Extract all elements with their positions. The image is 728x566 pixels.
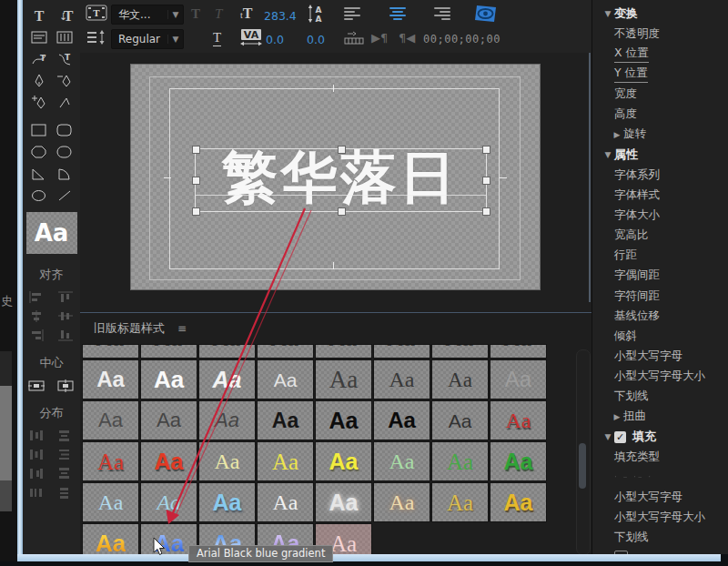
property-row[interactable]: 字符间距 <box>592 286 728 306</box>
style-swatch[interactable]: Aa <box>141 360 197 399</box>
property-row[interactable]: ▼✓填充 <box>592 427 728 447</box>
horizontal-center-button[interactable] <box>27 379 46 392</box>
style-swatch[interactable]: Aa <box>199 401 255 440</box>
distribute-right-button[interactable] <box>27 467 46 480</box>
distribute-horizontal-center-button[interactable] <box>27 448 46 461</box>
style-swatch[interactable]: Aa <box>374 401 430 440</box>
area-type-tool[interactable] <box>26 27 52 46</box>
style-swatch[interactable]: Aa <box>490 442 546 480</box>
property-row[interactable]: 宽度 <box>592 85 728 105</box>
property-row[interactable]: X 位置 <box>592 44 728 64</box>
style-swatch-clipped[interactable]: Aa <box>432 345 488 358</box>
property-row[interactable]: ▼变换 <box>592 4 728 24</box>
selection-handle[interactable] <box>338 207 346 216</box>
styles-scrollbar[interactable] <box>576 349 591 555</box>
property-row[interactable]: Y 位置 <box>592 64 728 84</box>
style-swatch[interactable]: Aa <box>83 442 138 480</box>
style-swatch[interactable]: Aa <box>199 442 255 480</box>
vertical-area-type-tool[interactable] <box>52 27 77 46</box>
style-swatch-clipped[interactable]: Aa <box>141 345 197 358</box>
selection-handle[interactable] <box>192 207 200 216</box>
property-row[interactable]: 行距 <box>592 246 728 266</box>
align-text-center-button[interactable] <box>389 7 406 20</box>
style-swatch-clipped[interactable]: Aa <box>258 345 313 358</box>
clipped-corner-rectangle-tool[interactable] <box>26 142 52 161</box>
font-family-select[interactable]: 华文... ▼ <box>111 5 184 25</box>
style-swatch[interactable]: Aa <box>432 442 488 480</box>
font-size-value[interactable]: 283.4 <box>264 9 297 23</box>
pen-tool[interactable] <box>26 71 52 90</box>
selection-handle[interactable] <box>482 177 490 185</box>
font-style-select[interactable]: Regular ▼ <box>111 29 184 49</box>
style-swatch[interactable]: Aa <box>258 401 313 440</box>
distribute-horizontal-even-button[interactable] <box>27 486 46 500</box>
tracking-value[interactable]: 0.0 <box>307 33 325 46</box>
style-swatch[interactable]: Aa <box>316 442 371 480</box>
style-swatch[interactable]: Aa <box>141 442 197 480</box>
align-text-right-button[interactable] <box>434 7 450 20</box>
chevron-down-icon[interactable]: ▼ <box>602 150 614 159</box>
align-horizontal-center-button[interactable] <box>27 309 46 323</box>
ellipse-tool[interactable] <box>26 186 52 205</box>
chevron-right-icon[interactable]: ▶ <box>611 412 623 421</box>
vertical-type-tool[interactable]: ↓T <box>52 5 77 25</box>
property-row[interactable]: ▶旋转 <box>592 125 728 145</box>
delete-anchor-point-tool[interactable] <box>52 71 77 90</box>
property-row[interactable]: 下划线 <box>592 528 728 548</box>
selection-handle[interactable] <box>338 146 346 154</box>
style-swatch[interactable]: Aa <box>199 360 255 399</box>
line-tool[interactable] <box>52 186 77 205</box>
style-swatch-clipped[interactable]: Aa <box>316 345 371 358</box>
property-row[interactable]: 不透明度 <box>592 24 728 44</box>
style-swatch-clipped[interactable]: Aa <box>199 345 255 358</box>
underline-button[interactable]: T <box>213 30 221 46</box>
align-horizontal-right-button[interactable] <box>27 328 46 342</box>
align-vertical-bottom-button[interactable] <box>56 328 75 342</box>
style-swatch[interactable]: Aa <box>258 360 313 399</box>
property-row[interactable]: 小型大写字母大小 <box>592 367 728 387</box>
property-row[interactable]: 填充类型 <box>592 447 728 467</box>
align-vertical-top-button[interactable] <box>56 290 75 304</box>
show-background-video-button[interactable] <box>474 4 499 27</box>
property-row[interactable]: 小型大写字母大小 <box>592 508 728 528</box>
property-row[interactable]: 倾斜 <box>592 326 728 346</box>
wedge-tool[interactable] <box>26 164 52 183</box>
distribute-bottom-button[interactable] <box>56 467 75 480</box>
add-anchor-point-tool[interactable] <box>26 93 52 112</box>
rectangle-tool[interactable] <box>26 120 52 139</box>
panel-menu-icon[interactable]: ≡ <box>177 322 187 335</box>
property-row[interactable]: 字体样式 <box>592 185 728 205</box>
property-row[interactable]: 基线位移 <box>592 306 728 326</box>
rounded-rectangle-tool[interactable] <box>52 120 77 139</box>
property-row[interactable]: 字体大小 <box>592 205 728 225</box>
style-swatch[interactable]: Aa <box>258 483 313 521</box>
style-swatch[interactable]: Aa <box>490 483 546 521</box>
style-swatch[interactable]: Aa <box>141 401 197 440</box>
style-swatch[interactable]: Aa <box>258 442 313 480</box>
property-row[interactable]: · – ·– · <box>592 467 728 487</box>
chevron-down-icon[interactable]: ▼ <box>602 432 614 441</box>
styles-scrollbar-thumb[interactable] <box>579 443 586 489</box>
style-swatch[interactable]: Aa <box>374 360 430 399</box>
align-text-left-button[interactable] <box>344 7 360 20</box>
style-swatch-clipped[interactable]: Aa <box>490 345 546 358</box>
type-tool[interactable]: T <box>26 5 52 25</box>
bold-button[interactable]: T <box>191 6 200 22</box>
style-swatch[interactable]: Aa <box>199 483 255 521</box>
title-canvas[interactable]: 繁华落日 <box>130 64 541 290</box>
style-swatch[interactable]: Aa <box>83 524 138 555</box>
chevron-right-icon[interactable]: ▶ <box>611 130 623 139</box>
kerning-value[interactable]: 0.0 <box>266 33 284 46</box>
selection-handle[interactable] <box>192 146 200 154</box>
align-vertical-center-button[interactable] <box>56 309 75 323</box>
selection-handle[interactable] <box>192 177 200 185</box>
align-horizontal-left-button[interactable] <box>27 290 46 304</box>
property-row[interactable]: 小型大写字母 <box>592 346 728 366</box>
property-row[interactable]: 下划线 <box>592 387 728 407</box>
style-swatch[interactable]: Aa <box>141 483 197 521</box>
property-row[interactable]: 字偶间距 <box>592 266 728 286</box>
style-swatch[interactable]: Aa <box>83 360 138 399</box>
style-swatch[interactable]: Aa <box>83 483 138 521</box>
distribute-top-button[interactable] <box>56 429 75 442</box>
vertical-center-button[interactable] <box>56 379 75 392</box>
